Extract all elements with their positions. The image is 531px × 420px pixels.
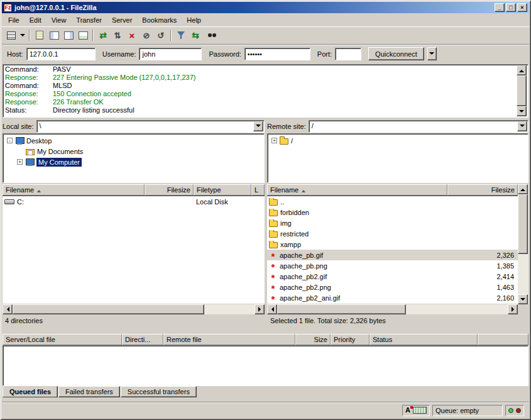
queue-body: [3, 345, 528, 386]
chevron-down-icon: [429, 52, 434, 57]
list-item[interactable]: ..: [267, 196, 518, 207]
scroll-left-icon[interactable]: [3, 304, 13, 314]
menu-view[interactable]: View: [47, 14, 72, 26]
find-files-icon[interactable]: [203, 28, 217, 42]
scroll-left-icon[interactable]: [267, 304, 277, 314]
column-header-filesize[interactable]: Filesize: [145, 184, 194, 196]
log-line: Response:226 Transfer OK: [5, 98, 515, 106]
list-item-selected[interactable]: *apache_pb.gif2,326: [267, 250, 518, 260]
log-line: Status:Directory listing successful: [5, 106, 515, 114]
tree-item-my-documents[interactable]: My Documents: [3, 146, 264, 157]
scroll-up-icon[interactable]: [518, 184, 528, 194]
list-item[interactable]: *apache_pb2.png1,463: [267, 282, 518, 292]
local-treeview-toggle-icon[interactable]: [47, 28, 61, 42]
password-input[interactable]: [244, 48, 310, 60]
tree-item-desktop[interactable]: - Desktop: [3, 135, 264, 146]
collapse-icon[interactable]: -: [7, 138, 13, 143]
directory-comparison-icon[interactable]: ⇆: [189, 28, 202, 42]
tab-failed-transfers[interactable]: Failed transfers: [58, 386, 120, 397]
disconnect-icon[interactable]: ⊘: [140, 28, 153, 42]
menu-bookmarks[interactable]: Bookmarks: [137, 14, 182, 26]
column-header-size[interactable]: Size: [295, 334, 331, 345]
tree-label: /: [291, 137, 293, 145]
scroll-down-icon[interactable]: [518, 294, 528, 304]
list-item-drive-c[interactable]: C: Local Disk: [3, 196, 265, 207]
scrollbar-thumb[interactable]: [518, 194, 528, 254]
menu-transfer[interactable]: Transfer: [71, 14, 107, 26]
filezilla-logo-icon: Fz: [4, 4, 12, 12]
scroll-up-icon[interactable]: [517, 65, 527, 75]
remote-treeview-toggle-icon[interactable]: [62, 28, 75, 42]
column-header-priority[interactable]: Priority: [331, 334, 370, 345]
filename: xampp: [280, 241, 301, 248]
list-item[interactable]: *apache_pb2.gif2,414: [267, 271, 518, 282]
tree-label: Desktop: [26, 137, 52, 145]
log-scrollbar[interactable]: [517, 65, 527, 116]
close-button[interactable]: ×: [517, 3, 527, 12]
site-manager-dropdown[interactable]: [19, 28, 26, 42]
port-input[interactable]: [335, 48, 361, 60]
ascii-transfer-type-icon[interactable]: A: [405, 407, 410, 414]
list-item[interactable]: restricted: [267, 228, 518, 239]
column-header-server-local-file[interactable]: Server/Local file: [3, 334, 122, 345]
list-item[interactable]: *apache_pb2_ani.gif2,160: [267, 292, 518, 303]
username-input[interactable]: [139, 48, 202, 60]
scroll-down-icon[interactable]: [517, 106, 527, 116]
expand-icon[interactable]: +: [17, 159, 23, 165]
list-item[interactable]: img: [267, 218, 518, 228]
tree-item-my-computer[interactable]: + My Computer: [3, 157, 264, 167]
remote-site-dropdown[interactable]: [517, 121, 527, 131]
column-header-filesize[interactable]: Filesize: [447, 184, 518, 196]
column-header-status[interactable]: Status: [370, 334, 478, 345]
filename: apache_pb.png: [280, 262, 327, 270]
column-header-direction[interactable]: Directi...: [122, 334, 163, 345]
list-item[interactable]: *apache_pb.png1,385: [267, 260, 518, 271]
quickconnect-button[interactable]: Quickconnect: [368, 47, 424, 60]
menu-help[interactable]: Help: [182, 14, 206, 26]
column-header-filename[interactable]: Filename: [3, 184, 145, 196]
minimize-button[interactable]: _: [495, 3, 505, 12]
left-pane-icon: [50, 31, 59, 40]
bottom-pane-icon: [79, 31, 88, 40]
scrollbar-thumb[interactable]: [13, 304, 204, 314]
menu-edit[interactable]: Edit: [25, 14, 47, 26]
filter-icon[interactable]: [174, 28, 188, 42]
menu-server[interactable]: Server: [107, 14, 137, 26]
tab-successful-transfers[interactable]: Successful transfers: [121, 386, 197, 397]
list-item[interactable]: xampp: [267, 239, 518, 250]
scrollbar-thumb[interactable]: [277, 304, 406, 314]
image-file-icon: *: [269, 285, 277, 291]
column-header-lastmodified[interactable]: L: [251, 184, 265, 196]
scroll-right-icon[interactable]: [508, 304, 518, 314]
remote-horizontal-scrollbar[interactable]: [267, 304, 518, 314]
scrollbar-thumb[interactable]: [517, 75, 527, 106]
cancel-icon[interactable]: ×: [125, 28, 139, 42]
local-site-combo[interactable]: \: [36, 120, 265, 133]
message-log-toggle-icon[interactable]: [33, 28, 47, 42]
column-header-filename[interactable]: Filename: [267, 184, 447, 196]
tab-queued-files[interactable]: Queued files: [3, 386, 58, 397]
site-manager-icon[interactable]: [4, 28, 18, 42]
folder-icon: [269, 210, 278, 216]
host-input[interactable]: [26, 48, 96, 60]
local-site-dropdown[interactable]: [253, 121, 263, 131]
column-header-filetype[interactable]: Filetype: [194, 184, 251, 196]
remote-site-combo[interactable]: /: [309, 120, 528, 133]
process-queue-icon[interactable]: ⇅: [111, 28, 124, 42]
expand-icon[interactable]: +: [271, 138, 277, 143]
transfer-queue-toggle-icon[interactable]: [76, 28, 90, 42]
refresh-icon[interactable]: ⇄: [96, 28, 110, 42]
list-item[interactable]: forbidden: [267, 207, 518, 218]
column-header-remote-file[interactable]: Remote file: [163, 334, 295, 345]
scroll-right-icon[interactable]: [255, 304, 265, 314]
quickconnect-dropdown[interactable]: [427, 47, 437, 60]
reconnect-icon[interactable]: ↺: [154, 28, 168, 42]
remote-site-label: Remote site:: [267, 123, 306, 130]
keyboard-icon[interactable]: [413, 407, 427, 414]
tree-item-root[interactable]: + /: [268, 135, 528, 146]
menu-file[interactable]: File: [3, 14, 25, 26]
column-header-filler: [478, 334, 528, 345]
local-horizontal-scrollbar[interactable]: [3, 304, 265, 314]
maximize-button[interactable]: □: [506, 3, 516, 12]
remote-vertical-scrollbar[interactable]: [518, 184, 528, 304]
